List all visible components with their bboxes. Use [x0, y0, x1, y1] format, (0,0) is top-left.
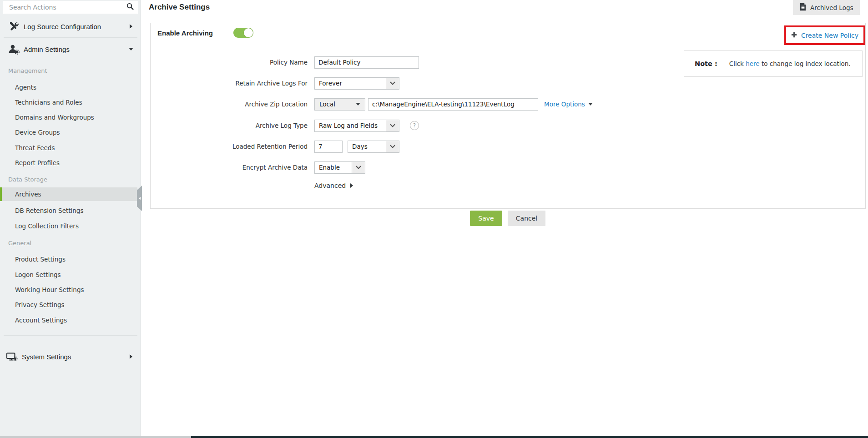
- archived-logs-label: Archived Logs: [810, 4, 853, 11]
- sidebar-divider: [4, 335, 137, 336]
- page-title: Archive Settings: [149, 3, 210, 12]
- chevron-down-icon: [386, 120, 399, 131]
- sidebar-item-working-hour-settings[interactable]: Working Hour Settings: [0, 284, 137, 295]
- note-prefix: Note :: [695, 60, 717, 67]
- plus-icon: [791, 31, 797, 40]
- advanced-label: Advanced: [314, 182, 346, 189]
- location-type-value: Local: [319, 101, 335, 108]
- header-divider: [149, 17, 866, 17]
- sidebar-item-archives[interactable]: Archives: [0, 187, 137, 201]
- log-type-select[interactable]: Raw Log and Fields: [314, 120, 399, 132]
- more-options-label: More Options: [544, 101, 585, 108]
- section-title-general: General: [8, 240, 31, 247]
- retention-unit-value: Days: [348, 141, 386, 152]
- sidebar-item-label: Admin Settings: [24, 45, 70, 53]
- archived-logs-button[interactable]: Archived Logs: [793, 0, 860, 15]
- form-row-zip-location: Archive Zip Location Local More Options: [157, 98, 593, 111]
- retention-period-label: Loaded Retention Period: [157, 143, 308, 150]
- sidebar-item-product-settings[interactable]: Product Settings: [0, 254, 137, 265]
- log-type-label: Archive Log Type: [157, 122, 308, 129]
- section-title-management: Management: [8, 67, 47, 74]
- form-row-retain: Retain Archive Logs For Forever: [157, 77, 399, 90]
- help-icon[interactable]: ?: [410, 121, 419, 130]
- sidebar-item-label: System Settings: [22, 353, 71, 361]
- chevron-down-icon: [386, 141, 399, 152]
- caret-down-icon: [588, 103, 593, 106]
- sidebar-item-report-profiles[interactable]: Report Profiles: [0, 157, 137, 168]
- sidebar-item-label: Log Source Configuration: [24, 23, 101, 30]
- sidebar-item-privacy-settings[interactable]: Privacy Settings: [0, 299, 137, 310]
- retention-unit-select[interactable]: Days: [348, 141, 399, 153]
- system-settings-icon: [6, 351, 18, 362]
- chevron-down-icon: [386, 78, 399, 89]
- sidebar-divider: [4, 37, 137, 38]
- chevron-down-icon: [129, 48, 133, 50]
- chevron-down-icon: [352, 162, 365, 173]
- sidebar-item-log-collection-filters[interactable]: Log Collection Filters: [0, 221, 137, 232]
- enable-archiving-label: Enable Archiving: [157, 29, 213, 37]
- create-new-policy-link[interactable]: Create New Policy: [801, 32, 858, 39]
- sidebar-item-device-groups[interactable]: Device Groups: [0, 127, 137, 138]
- zip-path-input[interactable]: [368, 98, 538, 111]
- sidebar: Log Source Configuration Admin Settings …: [0, 0, 141, 436]
- chevron-right-icon: [130, 24, 132, 29]
- encrypt-label: Encrypt Archive Data: [157, 164, 308, 171]
- policy-name-input[interactable]: [314, 56, 419, 69]
- retain-label: Retain Archive Logs For: [157, 80, 308, 87]
- archive-settings-panel: Enable Archiving Create New Policy Polic…: [150, 23, 866, 209]
- form-row-encrypt: Encrypt Archive Data Enable: [157, 161, 365, 174]
- tools-icon: [8, 21, 20, 32]
- note-text-before: Click: [729, 60, 744, 67]
- search-input[interactable]: [8, 3, 126, 11]
- create-new-policy-highlight: Create New Policy: [784, 25, 865, 45]
- sidebar-item-system-settings[interactable]: System Settings: [0, 347, 141, 367]
- note-text-after: to change log index location.: [762, 60, 851, 67]
- retention-period-input[interactable]: [314, 141, 343, 153]
- bottom-strip-dark: [191, 436, 868, 438]
- chevron-right-icon: [350, 183, 353, 188]
- search-icon[interactable]: [126, 2, 134, 12]
- bottom-strip-gray: [0, 436, 191, 438]
- document-icon: [799, 3, 807, 13]
- sidebar-item-admin-settings[interactable]: Admin Settings: [0, 39, 141, 59]
- retain-select[interactable]: Forever: [314, 77, 399, 90]
- encrypt-select-value: Enable: [315, 162, 352, 173]
- collapse-arrow-icon: [139, 197, 141, 200]
- encrypt-select[interactable]: Enable: [314, 161, 365, 174]
- sidebar-item-account-settings[interactable]: Account Settings: [0, 315, 137, 326]
- section-title-data-storage: Data Storage: [8, 176, 47, 183]
- note-text: Click here to change log index location.: [729, 60, 851, 67]
- sidebar-item-agents[interactable]: Agents: [0, 82, 137, 93]
- sidebar-item-threat-feeds[interactable]: Threat Feeds: [0, 142, 137, 153]
- location-type-select[interactable]: Local: [314, 98, 365, 111]
- note-here-link[interactable]: here: [746, 60, 759, 67]
- log-type-select-value: Raw Log and Fields: [315, 120, 386, 131]
- form-row-policy-name: Policy Name: [157, 56, 419, 69]
- enable-archiving-toggle[interactable]: [233, 28, 253, 38]
- toggle-knob: [244, 28, 253, 37]
- search-box[interactable]: [3, 1, 138, 14]
- form-row-retention-period: Loaded Retention Period Days: [157, 140, 399, 153]
- sidebar-collapse-handle[interactable]: [137, 186, 142, 211]
- retain-select-value: Forever: [315, 78, 386, 89]
- zip-location-label: Archive Zip Location: [157, 101, 308, 108]
- caret-down-icon: [356, 103, 360, 106]
- form-row-log-type: Archive Log Type Raw Log and Fields ?: [157, 119, 419, 132]
- note-box: Note : Click here to change log index lo…: [684, 50, 863, 77]
- save-button[interactable]: Save: [470, 211, 502, 226]
- sidebar-item-technicians-and-roles[interactable]: Technicians and Roles: [0, 97, 137, 108]
- cancel-button[interactable]: Cancel: [508, 211, 545, 226]
- sidebar-item-logon-settings[interactable]: Logon Settings: [0, 269, 137, 280]
- admin-user-gear-icon: [8, 44, 20, 55]
- sidebar-item-db-retension-settings[interactable]: DB Retension Settings: [0, 205, 137, 216]
- chevron-right-icon: [130, 354, 132, 359]
- sidebar-item-log-source-configuration[interactable]: Log Source Configuration: [0, 16, 141, 36]
- advanced-toggle[interactable]: Advanced: [314, 182, 353, 189]
- sidebar-item-domains-and-workgroups[interactable]: Domains and Workgroups: [0, 112, 137, 123]
- more-options-link[interactable]: More Options: [544, 101, 593, 108]
- policy-name-label: Policy Name: [157, 59, 308, 66]
